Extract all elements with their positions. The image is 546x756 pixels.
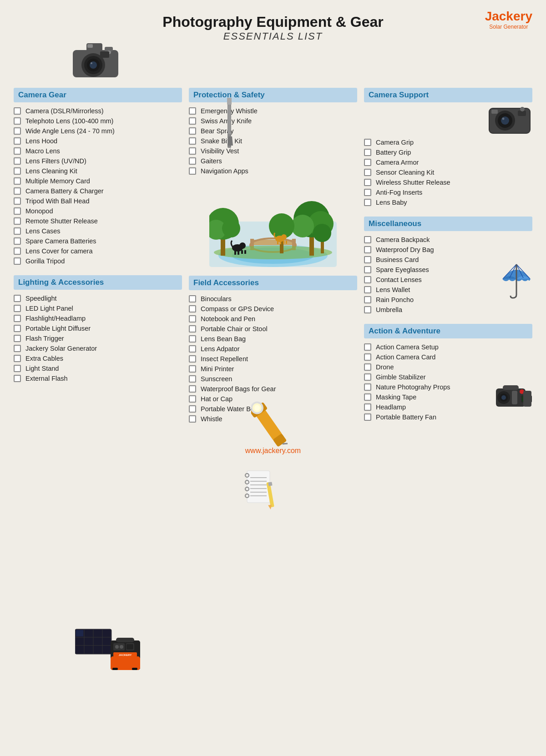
item-label: Action Camera Setup bbox=[376, 343, 439, 351]
checkbox[interactable] bbox=[364, 393, 371, 401]
camcorder-icon bbox=[494, 382, 535, 413]
checkbox[interactable] bbox=[14, 365, 21, 372]
checkbox[interactable] bbox=[189, 137, 196, 145]
checkbox[interactable] bbox=[189, 117, 196, 125]
checkbox[interactable] bbox=[14, 137, 21, 145]
page-header: Photography Equipment & Gear ESSENTIALS … bbox=[14, 14, 532, 42]
checkbox[interactable] bbox=[364, 179, 371, 186]
checkbox[interactable] bbox=[189, 335, 196, 343]
item-label: Hat or Cap bbox=[201, 395, 233, 403]
checkbox[interactable] bbox=[364, 353, 371, 361]
checkbox[interactable] bbox=[14, 345, 21, 352]
checkbox[interactable] bbox=[364, 266, 371, 273]
checkbox[interactable] bbox=[189, 365, 196, 373]
checkbox[interactable] bbox=[14, 325, 21, 332]
checkbox[interactable] bbox=[14, 147, 21, 155]
checkbox[interactable] bbox=[189, 355, 196, 363]
checkbox[interactable] bbox=[364, 189, 371, 196]
checkbox[interactable] bbox=[364, 306, 371, 313]
checkbox[interactable] bbox=[189, 107, 196, 115]
column-2: Protection & Safety Emergency WhistleSwi… bbox=[189, 88, 357, 433]
checkbox[interactable] bbox=[14, 157, 21, 165]
checkbox[interactable] bbox=[189, 375, 196, 383]
checkbox[interactable] bbox=[364, 373, 371, 381]
checkbox[interactable] bbox=[14, 375, 21, 382]
checkbox[interactable] bbox=[364, 139, 371, 146]
checkbox[interactable] bbox=[14, 187, 21, 195]
checkbox[interactable] bbox=[14, 197, 21, 205]
checkbox[interactable] bbox=[14, 227, 21, 235]
checkbox[interactable] bbox=[14, 335, 21, 342]
checkbox[interactable] bbox=[14, 177, 21, 185]
checkbox[interactable] bbox=[14, 247, 21, 255]
list-item: Swiss Army Knife bbox=[189, 116, 357, 126]
list-item: External Flash bbox=[14, 373, 182, 383]
checkbox[interactable] bbox=[364, 343, 371, 351]
checkbox[interactable] bbox=[189, 127, 196, 135]
checkbox[interactable] bbox=[364, 246, 371, 253]
checkbox[interactable] bbox=[364, 169, 371, 176]
checkbox[interactable] bbox=[364, 403, 371, 411]
svg-rect-40 bbox=[280, 241, 281, 244]
checkbox[interactable] bbox=[189, 157, 196, 165]
checkbox[interactable] bbox=[189, 167, 196, 175]
checkbox[interactable] bbox=[14, 167, 21, 175]
list-item: Waterproof Dry Bag bbox=[364, 245, 532, 255]
item-label: Masking Tape bbox=[376, 393, 416, 401]
checkbox[interactable] bbox=[364, 159, 371, 166]
checkbox[interactable] bbox=[364, 236, 371, 243]
checkbox[interactable] bbox=[189, 345, 196, 353]
checkbox[interactable] bbox=[14, 237, 21, 245]
checkbox[interactable] bbox=[189, 147, 196, 155]
item-label: Spare Eyeglasses bbox=[376, 266, 429, 273]
protection-list: Emergency WhistleSwiss Army KnifeBear Sp… bbox=[189, 106, 357, 176]
checkbox[interactable] bbox=[14, 257, 21, 265]
checkbox[interactable] bbox=[189, 395, 196, 403]
checkbox[interactable] bbox=[14, 295, 21, 302]
checkbox[interactable] bbox=[14, 355, 21, 362]
svg-rect-112 bbox=[112, 668, 118, 670]
checkbox[interactable] bbox=[364, 256, 371, 263]
item-label: Anti-Fog Inserts bbox=[376, 189, 422, 196]
checkbox[interactable] bbox=[14, 117, 21, 125]
checkbox[interactable] bbox=[364, 199, 371, 206]
checkbox[interactable] bbox=[364, 286, 371, 293]
svg-rect-50 bbox=[491, 110, 498, 114]
checkbox[interactable] bbox=[364, 276, 371, 283]
list-item: Snake Bite Kit bbox=[189, 136, 357, 146]
checkbox[interactable] bbox=[14, 127, 21, 135]
checkbox[interactable] bbox=[189, 315, 196, 323]
checkbox[interactable] bbox=[189, 405, 196, 413]
checkbox[interactable] bbox=[364, 363, 371, 371]
checkbox[interactable] bbox=[14, 315, 21, 322]
list-item: Binoculars bbox=[189, 294, 357, 304]
checkbox[interactable] bbox=[189, 415, 196, 423]
checkbox[interactable] bbox=[189, 305, 196, 312]
list-item: Flashlight/Headlamp bbox=[14, 313, 182, 323]
svg-rect-70 bbox=[228, 105, 231, 134]
checkbox[interactable] bbox=[189, 385, 196, 393]
checkbox[interactable] bbox=[364, 296, 371, 303]
checkbox[interactable] bbox=[14, 217, 21, 225]
item-label: Sensor Cleaning Kit bbox=[376, 169, 434, 176]
item-label: Camera Armor bbox=[376, 159, 419, 166]
dslr-camera-icon bbox=[68, 39, 123, 81]
checkbox[interactable] bbox=[14, 107, 21, 115]
checkbox[interactable] bbox=[364, 413, 371, 421]
list-item: Gimble Stabilizer bbox=[364, 372, 532, 382]
checkbox[interactable] bbox=[189, 325, 196, 333]
solar-generator-icon: JACKERY bbox=[75, 627, 143, 674]
item-label: Headlamp bbox=[376, 403, 406, 411]
list-item: Multiple Memory Card bbox=[14, 176, 182, 186]
svg-rect-34 bbox=[238, 250, 239, 255]
checkbox[interactable] bbox=[364, 383, 371, 391]
item-label: Sunscreen bbox=[201, 375, 232, 383]
item-label: Portable Light Diffuser bbox=[25, 325, 91, 332]
item-label: Battery Grip bbox=[376, 149, 411, 156]
checkbox[interactable] bbox=[14, 207, 21, 215]
item-label: Telephoto Lens (100-400 mm) bbox=[25, 117, 113, 125]
checkbox[interactable] bbox=[189, 295, 196, 302]
checkbox[interactable] bbox=[364, 149, 371, 156]
checkbox[interactable] bbox=[14, 305, 21, 312]
item-label: Light Stand bbox=[25, 365, 59, 372]
